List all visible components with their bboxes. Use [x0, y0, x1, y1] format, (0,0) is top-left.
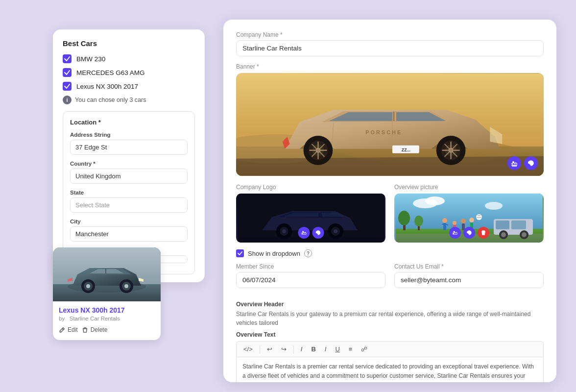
svg-rect-55: [511, 220, 526, 229]
banner-overlay-icons: [507, 156, 538, 170]
svg-point-57: [501, 232, 506, 237]
member-contact-row: Member Since Contact Us Email *: [236, 263, 544, 295]
svg-line-10: [62, 328, 63, 329]
banner-upload-icon[interactable]: [507, 156, 521, 170]
city-label: City: [70, 219, 188, 224]
member-since-label: Member Since: [236, 263, 385, 270]
car-preview-image: [53, 247, 161, 301]
car-label-lexus: Lexus NX 300h 2017: [76, 83, 138, 90]
show-in-dropdown-checkbox[interactable]: [236, 249, 244, 257]
state-field-group: State Select State: [70, 190, 188, 213]
car-preview-card: Lexus NX 300h 2017 by Starline Car Renta…: [53, 247, 161, 340]
car-label-bmw: BMW 230: [76, 55, 105, 63]
overview-refresh-icon[interactable]: [463, 227, 475, 239]
logo-upload-icon[interactable]: [298, 227, 310, 239]
banner-img-bg: ZZ... PORSCHE: [236, 73, 544, 176]
svg-text:ZZ...: ZZ...: [402, 147, 410, 152]
city-value[interactable]: Manchester: [70, 226, 188, 242]
address-value[interactable]: 37 Edge St: [70, 140, 188, 155]
member-since-input[interactable]: [236, 272, 385, 288]
logo-overlay-icons: [298, 227, 324, 239]
city-field-group: City Manchester: [70, 219, 188, 242]
toolbar-list-btn[interactable]: ≡: [347, 344, 355, 354]
delete-button[interactable]: Delete: [82, 326, 108, 333]
company-name-label: Company Name *: [236, 31, 544, 38]
main-panel: Company Name * Banner *: [223, 20, 556, 382]
overview-picture-label: Overview picture: [394, 184, 544, 191]
member-since-field: Member Since: [236, 263, 385, 288]
cars-warning-row: i You can chose only 3 cars: [63, 96, 195, 104]
overview-picture-image: [394, 194, 544, 243]
svg-point-50: [485, 202, 503, 210]
logo-overview-row: Company Logo: [236, 184, 544, 243]
country-value[interactable]: United Kingdom: [70, 169, 188, 184]
toolbar-redo-btn[interactable]: ↪: [279, 344, 288, 354]
checkbox-mercedes[interactable]: [63, 68, 72, 77]
car-label-mercedes: MERCEDES G63 AMG: [76, 69, 145, 76]
show-in-dropdown-row: Show in dropdown ?: [236, 249, 544, 257]
overview-upload-icon[interactable]: [449, 227, 461, 239]
toolbar-underline-btn[interactable]: U: [333, 344, 341, 354]
lexus-image: [53, 247, 161, 301]
car-item-lexus[interactable]: Lexus NX 300h 2017: [63, 82, 195, 91]
svg-point-72: [398, 211, 410, 225]
warning-icon: i: [63, 96, 72, 104]
overview-header-block: Overview Header Starline Car Rentals is …: [236, 301, 544, 327]
toolbar-italic-btn[interactable]: I: [323, 344, 329, 354]
toolbar-bold-btn[interactable]: B: [309, 344, 317, 354]
svg-point-44: [334, 229, 337, 233]
edit-button[interactable]: Edit: [59, 326, 78, 333]
editor-content[interactable]: Starline Car Rentals is a premier car re…: [236, 357, 544, 382]
car-card-actions: Edit Delete: [59, 326, 155, 333]
svg-point-74: [414, 216, 423, 226]
svg-point-49: [425, 196, 445, 205]
car-card-company: by Starline Car Rentals: [59, 316, 155, 321]
overview-delete-icon[interactable]: [478, 227, 489, 239]
address-field-group: Address String 37 Edge St: [70, 132, 188, 155]
toolbar-italic-style-btn[interactable]: I: [299, 344, 305, 354]
overview-header-title: Overview Header: [236, 301, 544, 308]
state-value[interactable]: Select State: [70, 197, 188, 213]
car-item-mercedes[interactable]: MERCEDES G63 AMG: [63, 68, 195, 77]
location-title: Location *: [70, 119, 188, 126]
company-logo-image: [236, 194, 385, 243]
overview-text-title: Overview Text: [236, 331, 544, 338]
banner-label: Banner *: [236, 63, 544, 70]
banner-refresh-icon[interactable]: [524, 156, 538, 170]
checkbox-lexus[interactable]: [63, 82, 72, 91]
best-cars-card: Best Cars BMW 230 MERCEDES G63 AMG Lexus…: [53, 29, 205, 282]
overview-header-text: Starline Car Rentals is your gateway to …: [236, 310, 544, 327]
car-card-name: Lexus NX 300h 2017: [59, 306, 155, 314]
page-container: Best Cars BMW 230 MERCEDES G63 AMG Lexus…: [0, 0, 576, 392]
contact-email-input[interactable]: [394, 272, 544, 288]
company-logo-block: Company Logo: [236, 184, 385, 243]
overview-overlay-icons: [449, 227, 489, 239]
show-in-dropdown-label: Show in dropdown: [248, 250, 300, 257]
svg-point-68: [469, 218, 474, 222]
company-name-input[interactable]: [236, 40, 544, 56]
svg-point-66: [461, 219, 466, 223]
banner-field: Banner *: [236, 63, 544, 176]
car-item-bmw[interactable]: BMW 230: [63, 54, 195, 63]
question-mark-icon[interactable]: ?: [304, 249, 312, 257]
banner-image: ZZ... PORSCHE: [236, 73, 544, 176]
address-label: Address String: [70, 132, 188, 138]
toolbar-code-btn[interactable]: </>: [241, 344, 255, 354]
checkbox-bmw[interactable]: [63, 54, 72, 63]
svg-point-9: [124, 284, 128, 288]
svg-text:PORSCHE: PORSCHE: [365, 129, 402, 135]
country-label: Country *: [70, 161, 188, 167]
country-field-group: Country * United Kingdom: [70, 161, 188, 184]
warning-text: You can chose only 3 cars: [75, 97, 146, 103]
toolbar-undo-btn[interactable]: ↩: [265, 344, 274, 354]
logo-refresh-icon[interactable]: [312, 227, 324, 239]
contact-email-field: Contact Us Email *: [394, 263, 544, 288]
svg-rect-54: [496, 220, 509, 229]
best-cars-title: Best Cars: [63, 39, 195, 48]
company-logo-label: Company Logo: [236, 184, 385, 191]
car-card-body: Lexus NX 300h 2017 by Starline Car Renta…: [53, 301, 161, 340]
svg-point-59: [522, 232, 527, 237]
company-name-field: Company Name *: [236, 31, 544, 56]
toolbar-link-btn[interactable]: ☍: [359, 344, 369, 354]
toolbar-divider-1: [260, 345, 260, 353]
